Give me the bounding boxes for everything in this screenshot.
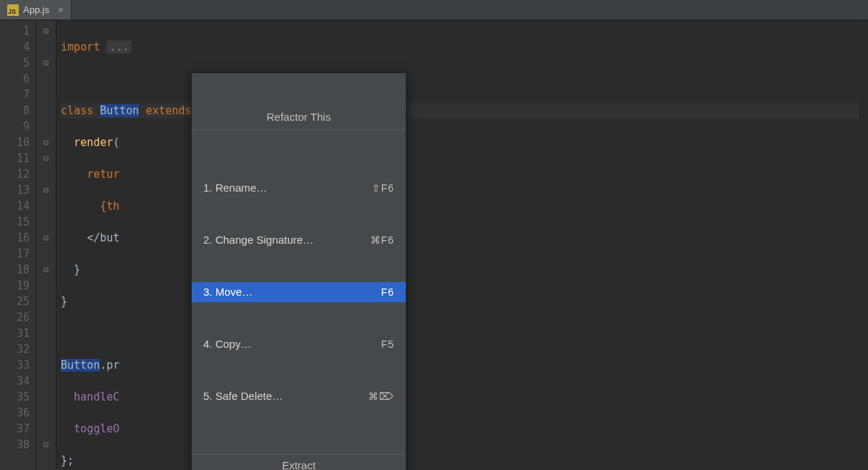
tab-filename: App.js <box>23 4 49 15</box>
fold-toggle[interactable]: ⊟ <box>36 23 56 39</box>
line-number[interactable]: 10 <box>0 134 30 150</box>
selection-button: Button <box>100 104 139 117</box>
fold-toggle <box>36 325 56 341</box>
fold-toggle <box>36 294 56 309</box>
fold-gutter: ⊟ ⊟ ⊟ ⊟ ⊟ ⊟ ⊟ ⊟ <box>36 20 56 470</box>
menu-title: Refactor This <box>192 105 406 130</box>
keyword-extends: extends <box>145 104 191 117</box>
line-number-gutter: 1 4 5 6 7 8 9 10 11 12 13 14 15 16 17 18… <box>0 20 36 470</box>
js-file-icon <box>7 4 19 16</box>
line-number[interactable]: 15 <box>0 214 30 230</box>
menu-item-label: 3. Move… <box>203 284 252 300</box>
line-number[interactable]: 25 <box>0 294 30 309</box>
line-number[interactable]: 5 <box>0 55 30 71</box>
menu-item-label: 1. Rename… <box>203 180 267 196</box>
line-number[interactable]: 6 <box>0 71 30 87</box>
line-number[interactable]: 33 <box>0 357 30 373</box>
keyword-class: class <box>61 104 93 117</box>
line-number[interactable]: 16 <box>0 230 30 246</box>
fold-toggle <box>36 39 56 55</box>
line-number[interactable]: 38 <box>0 437 30 453</box>
identifier-render: render <box>74 136 113 149</box>
line-number[interactable]: 9 <box>0 119 30 134</box>
fold-toggle[interactable]: ⊟ <box>36 437 56 453</box>
fold-toggle[interactable]: ⊟ <box>36 134 56 150</box>
line-number[interactable]: 4 <box>0 39 30 55</box>
line-number[interactable]: 1 <box>0 23 30 39</box>
menu-item-label: 4. Copy… <box>203 336 252 352</box>
line-number[interactable]: 19 <box>0 278 30 294</box>
fold-toggle[interactable]: ⊟ <box>36 262 56 278</box>
tab-app-js[interactable]: App.js × <box>0 0 72 20</box>
menu-item-change-signature[interactable]: 2. Change Signature… ⌘F6 <box>192 230 406 250</box>
code-editor: 1 4 5 6 7 8 9 10 11 12 13 14 15 16 17 18… <box>0 20 868 470</box>
fold-toggle[interactable]: ⊟ <box>36 182 56 198</box>
fold-toggle <box>36 87 56 103</box>
code-area[interactable]: import ... class Button extends PureComp… <box>56 20 858 470</box>
fold-toggle <box>36 341 56 357</box>
fold-toggle <box>36 421 56 437</box>
line-number[interactable]: 13 <box>0 182 30 198</box>
fold-toggle <box>36 278 56 294</box>
prop-handleclick-decl: handleC <box>74 390 119 403</box>
keyword-return: retur <box>87 168 119 181</box>
fold-toggle <box>36 71 56 87</box>
tab-bar: App.js × <box>0 0 868 20</box>
line-number[interactable]: 32 <box>0 341 30 357</box>
line-number[interactable]: 37 <box>0 421 30 437</box>
menu-item-shortcut: ⇧F6 <box>372 180 394 196</box>
fold-toggle <box>36 246 56 262</box>
menu-item-move[interactable]: 3. Move… F6 <box>192 282 406 302</box>
keyword-this: {th <box>100 200 119 213</box>
line-number[interactable]: 7 <box>0 87 30 103</box>
folded-ellipsis[interactable]: ... <box>106 40 132 54</box>
marker-bar[interactable] <box>858 20 868 470</box>
menu-item-shortcut: F5 <box>381 336 394 352</box>
menu-item-safe-delete[interactable]: 5. Safe Delete… ⌘⌦ <box>192 386 406 406</box>
menu-item-shortcut: ⌘F6 <box>370 232 394 248</box>
selection-button-ref: Button <box>61 359 100 372</box>
menu-item-shortcut: ⌘⌦ <box>368 388 394 404</box>
fold-toggle <box>36 309 56 325</box>
line-number[interactable]: 35 <box>0 389 30 405</box>
fold-toggle[interactable]: ⊟ <box>36 150 56 166</box>
line-number[interactable]: 8 <box>0 103 30 119</box>
keyword-import: import <box>61 40 100 54</box>
menu-item-label: 2. Change Signature… <box>203 232 314 248</box>
fold-toggle <box>36 198 56 214</box>
fold-toggle <box>36 357 56 373</box>
line-number[interactable]: 34 <box>0 373 30 389</box>
menu-item-rename[interactable]: 1. Rename… ⇧F6 <box>192 178 406 198</box>
line-number[interactable]: 36 <box>0 405 30 421</box>
fold-toggle <box>36 119 56 134</box>
jsx-close-button: </but <box>87 231 119 244</box>
refactor-this-menu: Refactor This 1. Rename… ⇧F6 2. Change S… <box>191 72 407 470</box>
line-number[interactable]: 26 <box>0 309 30 325</box>
menu-item-shortcut: F6 <box>381 284 394 300</box>
menu-item-label: 5. Safe Delete… <box>203 388 283 404</box>
line-number[interactable]: 18 <box>0 262 30 278</box>
fold-toggle <box>36 214 56 230</box>
fold-toggle <box>36 373 56 389</box>
fold-toggle <box>36 103 56 119</box>
menu-subheader-extract: Extract <box>192 454 406 470</box>
line-number[interactable]: 11 <box>0 150 30 166</box>
line-number[interactable]: 31 <box>0 325 30 341</box>
line-number[interactable]: 14 <box>0 198 30 214</box>
fold-toggle <box>36 405 56 421</box>
line-number[interactable]: 17 <box>0 246 30 262</box>
line-number[interactable]: 12 <box>0 166 30 182</box>
fold-toggle <box>36 389 56 405</box>
close-icon[interactable]: × <box>58 4 64 15</box>
prop-toggleon-decl: toggleO <box>74 422 119 435</box>
menu-item-copy[interactable]: 4. Copy… F5 <box>192 334 406 354</box>
fold-toggle[interactable]: ⊟ <box>36 55 56 71</box>
fold-toggle <box>36 166 56 182</box>
fold-toggle[interactable]: ⊟ <box>36 230 56 246</box>
